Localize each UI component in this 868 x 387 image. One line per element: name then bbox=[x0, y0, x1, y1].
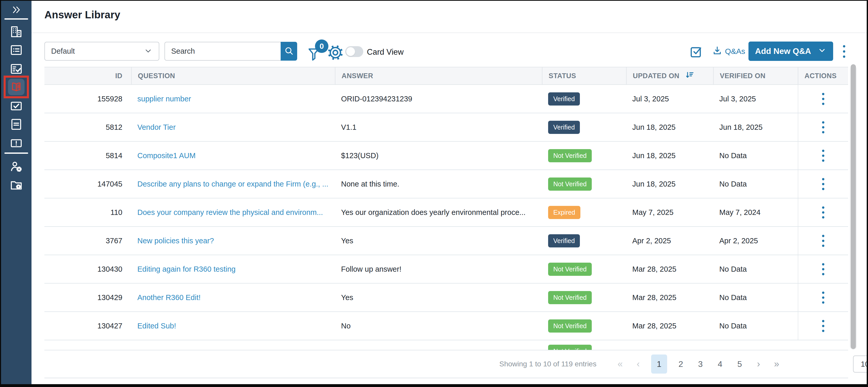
vertical-scrollbar-thumb[interactable] bbox=[851, 64, 856, 349]
card-view-toggle[interactable] bbox=[345, 46, 363, 57]
sidebar-divider bbox=[4, 18, 28, 20]
search-input[interactable] bbox=[164, 42, 281, 61]
row-actions-button[interactable] bbox=[798, 312, 848, 340]
export-qas-button[interactable]: Q&As bbox=[712, 44, 745, 59]
kebab-icon bbox=[843, 45, 845, 58]
document-icon bbox=[9, 118, 23, 131]
prev-page-button[interactable]: ‹ bbox=[633, 359, 643, 369]
row-updated-on: May 7, 2025 bbox=[626, 198, 713, 226]
row-actions-button[interactable] bbox=[798, 170, 848, 198]
checkbox-check-icon bbox=[689, 55, 703, 59]
page-size-value: 10 bbox=[861, 360, 867, 368]
column-header-updated-on[interactable]: UPDATED ON bbox=[626, 67, 713, 84]
header-divider bbox=[31, 33, 867, 33]
next-page-button[interactable]: › bbox=[753, 359, 764, 369]
row-id: 130429 bbox=[44, 284, 131, 312]
question-link[interactable]: Vendor Tier bbox=[137, 123, 176, 132]
row-actions-button[interactable] bbox=[798, 198, 848, 226]
row-verified-on: No Data bbox=[713, 142, 798, 169]
status-badge: Verified bbox=[548, 234, 580, 248]
sidebar-item-lists[interactable] bbox=[9, 43, 23, 57]
column-header-id[interactable]: ID bbox=[44, 67, 131, 84]
sidebar-divider bbox=[4, 153, 28, 154]
question-link[interactable]: Describe any plans to change or expand t… bbox=[137, 180, 329, 188]
kebab-icon bbox=[820, 318, 826, 333]
row-actions-button[interactable] bbox=[798, 284, 848, 312]
last-page-button[interactable]: » bbox=[771, 359, 782, 369]
kebab-icon bbox=[820, 233, 826, 249]
table-row: 147045 Describe any plans to change or e… bbox=[44, 170, 848, 198]
question-link[interactable]: supplier number bbox=[137, 95, 191, 103]
table-row: 110 Does your company review the physica… bbox=[44, 198, 848, 227]
status-badge: Not Verified bbox=[548, 178, 592, 191]
row-actions-button[interactable] bbox=[798, 142, 848, 169]
sidebar-item-issues[interactable] bbox=[9, 136, 23, 150]
bulk-select-button[interactable] bbox=[689, 44, 703, 59]
question-link[interactable]: Another R360 Edit! bbox=[137, 293, 200, 302]
page-button-4[interactable]: 4 bbox=[714, 354, 726, 374]
first-page-button[interactable]: « bbox=[615, 359, 625, 369]
box-alert-icon bbox=[9, 136, 23, 150]
page-button-2[interactable]: 2 bbox=[675, 354, 687, 374]
export-label: Q&As bbox=[725, 47, 745, 56]
sidebar-item-company[interactable] bbox=[9, 25, 23, 39]
question-link[interactable]: New policies this year? bbox=[137, 236, 214, 245]
row-id: 130430 bbox=[44, 255, 131, 283]
kebab-icon bbox=[820, 290, 826, 305]
chevrons-right-icon bbox=[10, 4, 22, 15]
status-badge: Verified bbox=[548, 121, 580, 134]
download-icon bbox=[712, 45, 723, 58]
sidebar-item-user-admin[interactable] bbox=[9, 159, 23, 173]
question-link[interactable]: Editing again for R360 testing bbox=[137, 265, 236, 273]
question-link[interactable]: Edited Sub! bbox=[137, 322, 176, 330]
kebab-icon bbox=[820, 262, 826, 277]
column-header-question[interactable]: QUESTION bbox=[131, 67, 335, 84]
settings-button[interactable] bbox=[327, 44, 344, 61]
user-gear-icon bbox=[9, 159, 23, 173]
page-size-select[interactable]: 10 bbox=[853, 356, 867, 373]
status-badge: Not Verified bbox=[548, 319, 592, 332]
sidebar-item-assessments[interactable] bbox=[9, 62, 23, 76]
view-select[interactable]: Default bbox=[44, 42, 159, 61]
page-button-1[interactable]: 1 bbox=[651, 354, 667, 374]
question-link[interactable]: Does your company review the physical an… bbox=[137, 208, 323, 217]
sidebar-item-approvals[interactable] bbox=[9, 99, 23, 113]
table-footer: Showing 1 to 10 of 119 entries « ‹ 12345… bbox=[44, 350, 848, 378]
row-id: 5812 bbox=[44, 113, 131, 141]
row-verified-on: No Data bbox=[713, 170, 798, 198]
row-answer: Yes bbox=[335, 284, 542, 312]
row-verified-on: No Data bbox=[713, 312, 798, 340]
question-link[interactable]: Composite1 AUM bbox=[137, 152, 196, 160]
table-header-row: ID QUESTION ANSWER STATUS UPDATED ON VER… bbox=[44, 67, 848, 85]
status-badge: Expired bbox=[548, 206, 580, 219]
search-button[interactable] bbox=[281, 42, 297, 61]
clipboard-check-icon bbox=[9, 99, 23, 113]
row-updated-on: Jun 18, 2025 bbox=[626, 142, 713, 169]
add-new-qa-button[interactable]: Add New Q&A bbox=[748, 41, 833, 61]
partial-table-row: Not Verified bbox=[44, 340, 848, 350]
kebab-icon bbox=[820, 120, 826, 135]
status-badge: Not Verified bbox=[548, 345, 592, 350]
gear-icon bbox=[327, 58, 344, 62]
row-answer: V1.1 bbox=[335, 113, 542, 141]
row-id: 110 bbox=[44, 198, 131, 226]
column-header-verified-on[interactable]: VERIFIED ON bbox=[713, 67, 798, 84]
row-verified-on: Apr 2, 2025 bbox=[713, 227, 798, 255]
page-button-3[interactable]: 3 bbox=[694, 354, 706, 374]
row-actions-button[interactable] bbox=[798, 113, 848, 141]
status-badge: Not Verified bbox=[548, 149, 592, 162]
column-header-status[interactable]: STATUS bbox=[542, 67, 626, 84]
row-actions-button[interactable] bbox=[798, 255, 848, 283]
row-actions-button[interactable] bbox=[798, 85, 848, 113]
more-options-button[interactable] bbox=[841, 43, 847, 59]
kebab-icon bbox=[820, 91, 826, 106]
sidebar-item-documents[interactable] bbox=[9, 118, 23, 131]
table-row: 5814 Composite1 AUM $123(USD) Not Verifi… bbox=[44, 142, 848, 170]
page-button-5[interactable]: 5 bbox=[734, 354, 746, 374]
annotation-highlight-box bbox=[4, 75, 29, 98]
row-updated-on: Mar 28, 2025 bbox=[626, 284, 713, 312]
sidebar-expand-button[interactable] bbox=[9, 3, 23, 17]
row-actions-button[interactable] bbox=[798, 227, 848, 255]
column-header-answer[interactable]: ANSWER bbox=[335, 67, 542, 84]
sidebar-item-folder-admin[interactable] bbox=[9, 178, 23, 192]
